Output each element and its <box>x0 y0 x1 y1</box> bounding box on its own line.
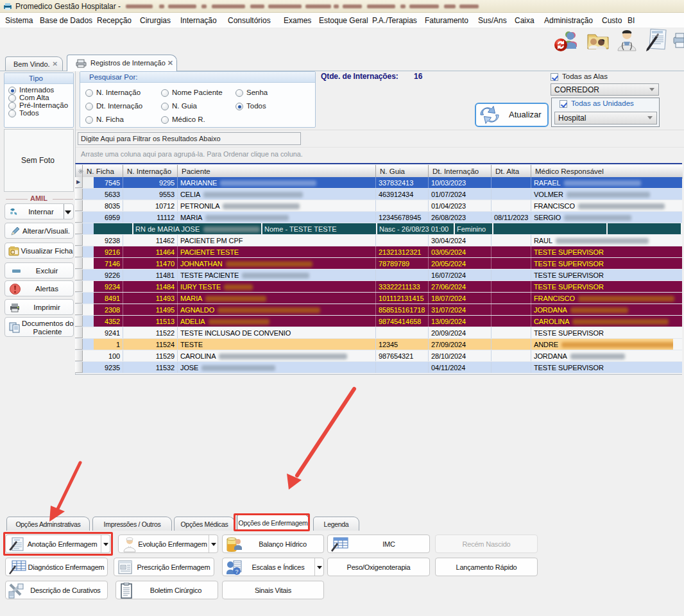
svg-text:?: ? <box>235 569 239 575</box>
